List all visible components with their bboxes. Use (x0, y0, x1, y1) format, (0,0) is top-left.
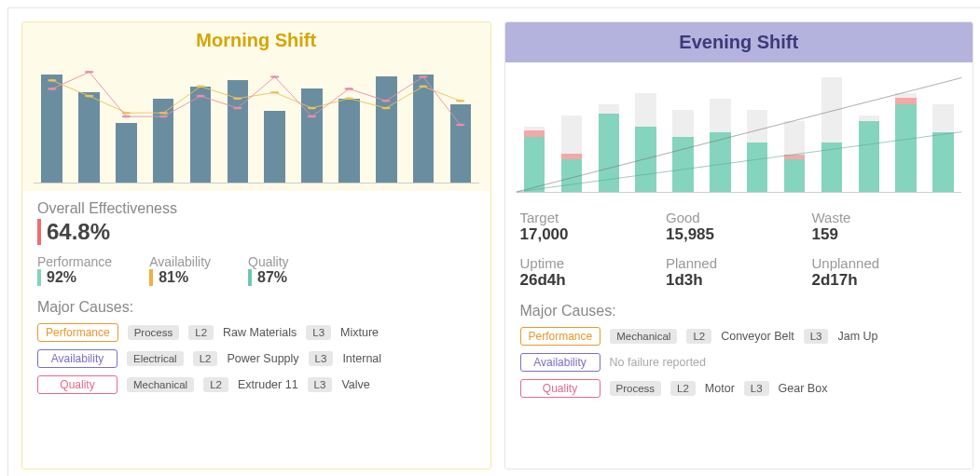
svg-point-0 (48, 79, 57, 82)
cause-row: PerformanceMechanicalL2Conveyor BeltL3Ja… (520, 327, 959, 346)
stat-waste: Waste159 (812, 210, 959, 244)
svg-point-8 (344, 97, 353, 100)
oee-label: Overall Effectiveness (37, 200, 476, 217)
svg-point-17 (233, 107, 242, 110)
svg-point-20 (344, 88, 353, 90)
cause-badge: Availability (37, 349, 117, 368)
svg-point-19 (308, 116, 317, 118)
metrics-row: Performance92%Availability81%Quality87% (37, 254, 476, 286)
cause-badge: Quality (520, 379, 600, 398)
cause-badge: Availability (520, 353, 600, 372)
svg-point-14 (122, 116, 131, 118)
svg-point-15 (159, 116, 168, 118)
svg-point-11 (456, 100, 465, 102)
chart-evening (517, 72, 962, 193)
svg-point-13 (85, 71, 94, 74)
stat-planned: Planned1d3h (666, 255, 812, 290)
cause-row: AvailabilityElectricalL2Power SupplyL3In… (37, 349, 476, 368)
svg-point-3 (159, 112, 168, 115)
svg-point-22 (419, 75, 428, 78)
svg-point-9 (381, 107, 391, 110)
svg-point-1 (85, 95, 94, 98)
cause-row: QualityProcessL2MotorL3Gear Box (520, 379, 959, 398)
svg-point-6 (270, 91, 280, 94)
svg-point-18 (270, 75, 280, 78)
metric-quality: Quality87% (248, 254, 289, 286)
panel-title-evening: Evening Shift (505, 22, 973, 62)
panel-morning: Morning Shift Overall Effectiveness 64.8… (21, 21, 491, 469)
metric-availability: Availability81% (149, 254, 211, 286)
cause-none: No failure reported (610, 356, 707, 369)
panel-title-morning: Morning Shift (22, 22, 490, 57)
stat-unplanned: Unplanned2d17h (812, 255, 959, 290)
cause-row: QualityMechanicalL2Extruder 11L3Valve (37, 375, 476, 394)
chart-morning (34, 62, 479, 184)
panel-evening: Evening Shift Target17,000Good15,985Wast… (504, 21, 974, 469)
svg-point-5 (233, 97, 242, 100)
svg-line-25 (517, 132, 962, 193)
cause-badge: Performance (520, 327, 601, 346)
svg-point-4 (196, 86, 205, 88)
svg-line-24 (517, 77, 962, 192)
svg-point-12 (48, 88, 57, 90)
causes-title: Major Causes: (520, 303, 959, 320)
svg-point-21 (381, 100, 391, 102)
stats-grid: Target17,000Good15,985Waste159Uptime26d4… (520, 210, 959, 290)
oee-value: 64.8% (37, 219, 110, 245)
dashboard-root: Morning Shift Overall Effectiveness 64.8… (7, 7, 980, 476)
causes-title: Major Causes: (37, 299, 476, 316)
cause-badge: Performance (37, 323, 118, 342)
svg-point-23 (456, 124, 465, 127)
svg-point-16 (196, 95, 205, 98)
metric-performance: Performance92% (37, 254, 112, 286)
stat-target: Target17,000 (520, 210, 667, 244)
cause-row: AvailabilityNo failure reported (520, 353, 959, 372)
svg-point-10 (419, 86, 428, 88)
svg-point-7 (308, 107, 317, 110)
cause-row: PerformanceProcessL2Raw MaterialsL3Mixtu… (37, 323, 476, 342)
cause-badge: Quality (37, 375, 117, 394)
stat-uptime: Uptime26d4h (520, 255, 667, 290)
stat-good: Good15,985 (666, 210, 812, 244)
